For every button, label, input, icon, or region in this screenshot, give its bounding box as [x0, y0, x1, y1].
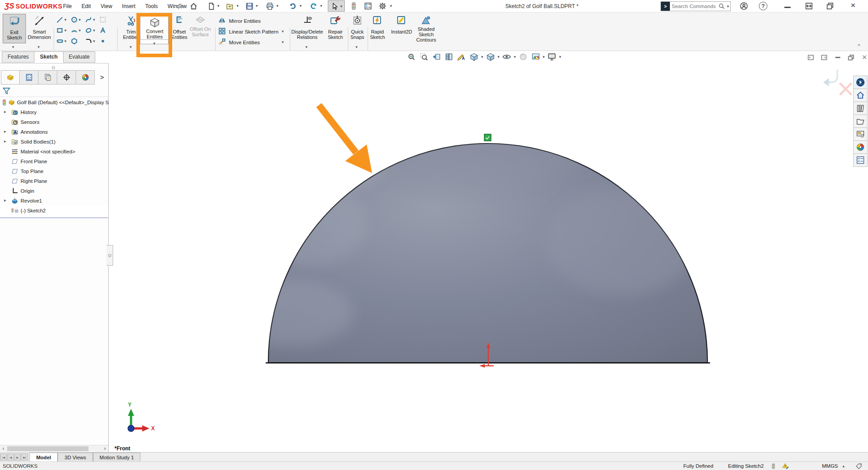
display-style-caret[interactable]: ▾ [498, 55, 500, 59]
new-document-icon[interactable] [207, 2, 215, 10]
first-tab-button[interactable]: |◀ [0, 453, 7, 461]
expander-icon[interactable]: ▸ [4, 198, 6, 203]
minimize-button[interactable] [784, 7, 791, 8]
view-palette-tab[interactable] [853, 128, 868, 141]
view-settings-caret[interactable]: ▾ [559, 55, 561, 59]
options-gear-icon[interactable] [378, 2, 387, 10]
model-geometry[interactable] [109, 63, 868, 452]
line-tool-caret[interactable]: ▾ [64, 18, 67, 22]
apply-scene-icon[interactable] [530, 52, 541, 62]
menu-insert[interactable]: Insert [117, 0, 140, 13]
move-entities-label[interactable]: Move Entities [229, 40, 260, 45]
move-entities-caret[interactable]: ▾ [282, 40, 284, 44]
tree-item-top-plane[interactable]: Top Plane [0, 166, 108, 176]
mirror-entities-icon[interactable] [218, 17, 226, 24]
doc-minimize-button[interactable] [833, 54, 843, 61]
panel-h-scrollbar[interactable]: ‹ › [0, 445, 108, 452]
units-caret[interactable]: ▴ [843, 464, 845, 468]
search-box[interactable]: > ▾ [661, 1, 731, 11]
display-manager-tab[interactable] [76, 70, 95, 85]
menu-edit[interactable]: Edit [76, 0, 96, 13]
tab-evaluate[interactable]: Evaluate [64, 51, 96, 63]
tree-item-right-plane[interactable]: Right Plane [0, 176, 108, 186]
doc-close-button[interactable]: × [860, 54, 868, 61]
trim-entities-caret[interactable]: ▾ [130, 45, 132, 49]
smart-dimension-button[interactable]: Smart Dimension [27, 14, 52, 43]
new-dropdown-caret[interactable]: ▾ [217, 4, 220, 8]
exit-sketch-caret[interactable]: ▾ [12, 45, 14, 49]
circle-tool-icon[interactable] [71, 16, 78, 23]
redo-icon[interactable] [309, 2, 318, 10]
tag-icon[interactable] [855, 463, 863, 470]
convert-entities-caret-strip[interactable]: ▾ [140, 39, 168, 44]
configuration-manager-tab[interactable] [38, 70, 57, 85]
menu-file[interactable]: File [58, 0, 76, 13]
convert-entities-button[interactable]: Convert Entities ▾ [140, 16, 169, 44]
section-view-icon[interactable] [444, 52, 454, 62]
tree-item-material[interactable]: Material <not specified> [0, 147, 108, 157]
hide-show-items-caret[interactable]: ▾ [514, 55, 516, 59]
expander-icon[interactable]: ▸ [4, 129, 6, 134]
display-delete-relations-icon[interactable] [302, 15, 313, 25]
arc-tool-caret[interactable]: ▾ [79, 29, 81, 33]
save-icon[interactable] [246, 2, 254, 10]
help-icon[interactable]: ? [759, 2, 767, 10]
display-style-icon[interactable] [485, 52, 496, 62]
options-dropdown-caret[interactable]: ▾ [390, 4, 392, 8]
sketch-tip-icon[interactable] [782, 463, 790, 470]
undo-icon[interactable] [288, 2, 297, 10]
tree-root-row[interactable]: Golf Ball (Default) <<Default>_Display S… [0, 97, 108, 107]
trim-entities-icon[interactable] [126, 15, 137, 26]
convert-entities-caret[interactable]: ▾ [153, 41, 156, 46]
fillet-tool-caret[interactable]: ▾ [93, 39, 95, 43]
tab-3d-views[interactable]: 3D Views [58, 453, 93, 462]
home-icon[interactable] [190, 2, 198, 10]
manager-expand-arrow[interactable]: > [100, 74, 104, 81]
save-dropdown-caret[interactable]: ▾ [256, 4, 258, 8]
spline-tool-caret[interactable]: ▾ [93, 18, 95, 22]
point-tool-icon[interactable] [100, 38, 106, 44]
quick-snaps-caret[interactable]: ▾ [356, 45, 358, 49]
slot-tool-icon[interactable] [56, 38, 64, 45]
circle-tool-caret[interactable]: ▾ [79, 18, 81, 22]
sketch-text-icon[interactable] [99, 27, 106, 34]
sketch-point-marker[interactable] [484, 134, 491, 141]
search-input[interactable] [670, 4, 718, 9]
solidworks-resources-tab[interactable] [853, 89, 868, 102]
rectangle-tool-caret[interactable]: ▾ [64, 29, 67, 33]
linear-pattern-label[interactable]: Linear Sketch Pattern [229, 29, 279, 34]
line-tool-icon[interactable] [56, 16, 64, 23]
rapid-sketch-icon[interactable] [372, 15, 383, 25]
search-icon[interactable] [718, 3, 725, 10]
tab-motion-study-1[interactable]: Motion Study 1 [93, 453, 141, 462]
custom-properties-tab[interactable] [853, 154, 868, 167]
open-dropdown-caret[interactable]: ▾ [237, 4, 239, 8]
offset-entities-icon[interactable] [174, 15, 185, 26]
view-orientation-icon[interactable] [469, 52, 479, 62]
scroll-right-button[interactable]: › [102, 445, 108, 452]
expander-icon[interactable]: ▸ [4, 109, 6, 114]
user-account-icon[interactable] [740, 2, 748, 10]
tree-item-origin[interactable]: Origin [0, 186, 108, 196]
tab-model[interactable]: Model [30, 453, 58, 462]
tree-item-revolve1[interactable]: ▸ Revolve1 [0, 196, 108, 206]
tab-sketch[interactable]: Sketch [34, 51, 63, 63]
tree-item-history[interactable]: ▸ History [0, 107, 108, 117]
ellipse-tool-caret[interactable]: ▾ [93, 29, 95, 33]
collapse-pane-left-icon[interactable] [806, 54, 816, 61]
expander-icon[interactable]: ▸ [4, 139, 6, 144]
restore-button[interactable] [826, 2, 834, 10]
feature-manager-tab[interactable] [1, 70, 20, 85]
tree-item-sensors[interactable]: Sensors [0, 117, 108, 127]
hide-show-items-icon[interactable] [501, 52, 512, 62]
exit-sketch-button[interactable]: Exit Sketch [3, 14, 26, 43]
polygon-tool-icon[interactable] [71, 38, 78, 45]
scroll-left-button[interactable]: ‹ [0, 445, 6, 452]
design-library-tab[interactable] [853, 102, 868, 115]
mirror-entities-label[interactable]: Mirror Entities [229, 18, 261, 24]
spline-tool-icon[interactable] [85, 16, 92, 23]
tree-item-front-plane[interactable]: Front Plane [0, 157, 108, 166]
previous-view-icon[interactable] [431, 52, 442, 62]
tree-item-annotations[interactable]: ▸ Annotations [0, 127, 108, 137]
next-tab-button[interactable]: ▶ [14, 453, 21, 461]
